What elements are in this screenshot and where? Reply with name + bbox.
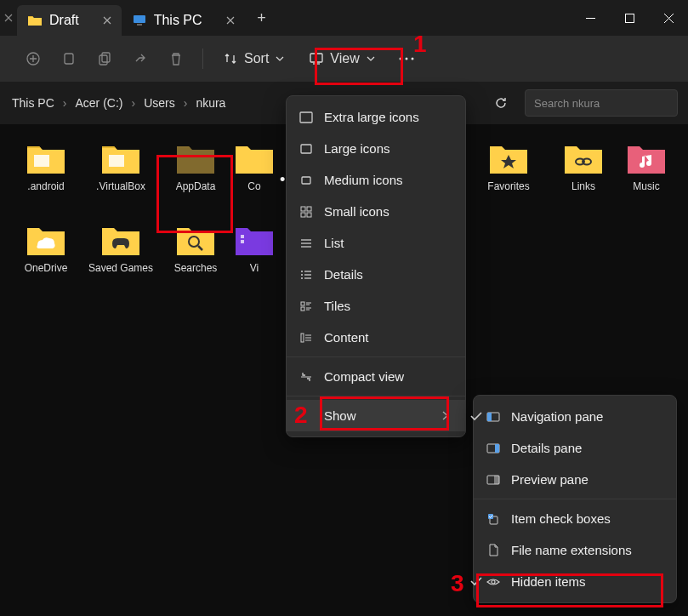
minimize-button[interactable] (571, 0, 610, 36)
view-menu: Extra large icons Large icons • Medium i… (286, 95, 466, 437)
search-box[interactable] (525, 89, 678, 117)
folder-item-android[interactable]: .android (9, 138, 83, 220)
menu-item-item-check-boxes[interactable]: Item check boxes (474, 503, 676, 534)
folder-item-appdata[interactable]: AppData (158, 138, 233, 220)
folder-label: Music (633, 180, 659, 192)
content-icon (299, 330, 314, 345)
folder-icon (175, 223, 216, 257)
menu-item-file-name-extensions[interactable]: File name extensions (474, 534, 676, 566)
search-input[interactable] (534, 97, 677, 110)
list-icon (299, 236, 314, 251)
svg-point-11 (405, 58, 407, 60)
tab-draft[interactable]: Draft (17, 5, 122, 36)
close-window-button[interactable] (649, 0, 688, 36)
folder-item-videos[interactable]: Vi (233, 220, 276, 301)
svg-rect-24 (301, 207, 305, 211)
check-icon (470, 412, 486, 421)
breadcrumb-item[interactable]: Users (142, 93, 177, 113)
svg-rect-3 (625, 14, 634, 22)
folder-item-searches[interactable]: Searches (158, 220, 233, 301)
svg-point-56 (492, 580, 495, 584)
folder-item-contacts[interactable]: Co (233, 138, 276, 220)
svg-rect-8 (310, 54, 322, 62)
new-button[interactable] (17, 43, 49, 75)
view-icon (310, 53, 323, 65)
folder-item-virtualbox[interactable]: .VirtualBox (83, 138, 158, 220)
breadcrumbs: This PC › Acer (C:) › Users › nkura (10, 93, 227, 113)
menu-item-label: Large icons (324, 141, 390, 156)
menu-item-large-icons[interactable]: Large icons (287, 133, 465, 164)
folder-label: Links (571, 180, 595, 192)
folder-icon (626, 141, 667, 175)
folder-icon (234, 141, 275, 175)
delete-button[interactable] (160, 43, 192, 75)
more-button[interactable] (390, 52, 423, 66)
cut-button[interactable] (53, 43, 85, 75)
menu-item-label: Navigation pane (511, 409, 603, 424)
menu-item-details-pane[interactable]: Details pane (474, 432, 676, 464)
menu-item-extra-large-icons[interactable]: Extra large icons (287, 101, 465, 133)
folder-icon (100, 141, 141, 175)
folder-item-onedrive[interactable]: OneDrive (9, 220, 83, 301)
menu-item-label: Compact view (324, 369, 404, 384)
menu-item-preview-pane[interactable]: Preview pane (474, 464, 676, 495)
folder-item-links[interactable]: Links (546, 138, 621, 220)
menu-item-navigation-pane[interactable]: Navigation pane (474, 401, 676, 432)
tab-thispc[interactable]: This PC (122, 5, 245, 36)
tab-close-leading[interactable] (0, 14, 17, 22)
maximize-button[interactable] (610, 0, 649, 36)
menu-item-details[interactable]: Details (287, 259, 465, 290)
sort-button[interactable]: Sort (213, 46, 294, 71)
svg-rect-5 (65, 54, 73, 64)
menu-item-medium-icons[interactable]: • Medium icons (287, 164, 465, 196)
menu-item-hidden-items[interactable]: Hidden items (474, 566, 676, 597)
new-tab-button[interactable]: + (245, 9, 279, 27)
svg-rect-22 (301, 145, 311, 153)
breadcrumb-item[interactable]: Acer (C:) (73, 93, 124, 113)
folder-item-savedgames[interactable]: Saved Games (83, 220, 158, 301)
svg-rect-0 (134, 15, 145, 23)
close-icon[interactable] (103, 16, 111, 25)
refresh-button[interactable] (486, 88, 516, 118)
svg-rect-19 (241, 235, 244, 238)
breadcrumb-item[interactable]: nkura (194, 93, 227, 113)
paste-button[interactable] (124, 43, 156, 75)
svg-rect-20 (241, 240, 244, 243)
menu-item-show[interactable]: Show (287, 400, 465, 431)
view-label: View (330, 51, 359, 66)
svg-rect-40 (301, 307, 304, 311)
pane-details-icon (486, 441, 501, 456)
folder-icon (234, 223, 275, 257)
sort-icon (224, 52, 237, 66)
menu-item-tiles[interactable]: Tiles (287, 290, 465, 322)
file-ext-icon (486, 543, 501, 558)
view-button[interactable]: View (298, 46, 386, 71)
close-icon[interactable] (226, 16, 235, 25)
menu-item-label: Details (324, 267, 363, 282)
svg-rect-51 (495, 444, 499, 453)
svg-rect-26 (301, 213, 305, 217)
window-controls (571, 0, 688, 36)
svg-rect-49 (487, 413, 492, 421)
menu-item-small-icons[interactable]: Small icons (287, 196, 465, 227)
check-icon (470, 577, 486, 586)
folder-label: Saved Games (88, 262, 153, 274)
folder-item-favorites[interactable]: Favorites (471, 138, 546, 220)
breadcrumb-item[interactable]: This PC (10, 93, 56, 113)
menu-item-compact-view[interactable]: Compact view (287, 361, 465, 392)
folder-item-music[interactable]: Music (621, 138, 672, 220)
svg-point-10 (399, 58, 401, 60)
rect-lg-icon (299, 141, 314, 157)
menu-item-label: Item check boxes (511, 511, 611, 526)
svg-rect-14 (109, 155, 124, 167)
folder-icon (26, 223, 66, 257)
copy-button[interactable] (88, 43, 121, 75)
menu-item-label: Tiles (324, 299, 350, 313)
folder-icon (100, 223, 141, 257)
annotation-number-3: 3 (451, 570, 464, 597)
menu-item-list[interactable]: List (287, 227, 465, 259)
folder-icon (488, 141, 529, 175)
svg-rect-37 (301, 302, 304, 305)
titlebar: Draft This PC + (0, 0, 688, 36)
menu-item-content[interactable]: Content (287, 322, 465, 353)
